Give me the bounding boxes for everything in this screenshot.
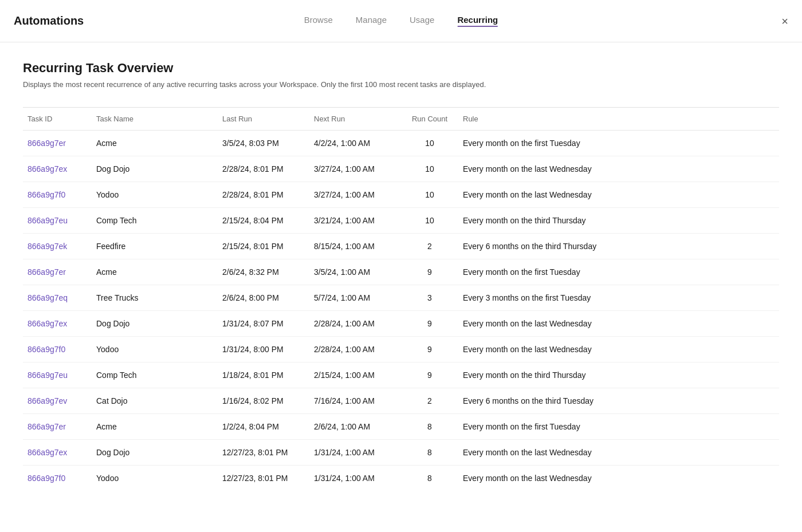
next-run-cell: 8/15/24, 1:00 AM — [309, 234, 401, 259]
run-count-cell: 10 — [401, 156, 458, 182]
nav-manage[interactable]: Manage — [356, 15, 387, 27]
rule-cell: Every month on the last Wednesday — [458, 182, 779, 208]
run-count-cell: 2 — [401, 234, 458, 259]
col-header-next-run: Next Run — [309, 108, 401, 131]
rule-cell: Every 6 months on the third Thursday — [458, 234, 779, 259]
rule-cell: Every month on the first Tuesday — [458, 414, 779, 440]
run-count-cell: 10 — [401, 182, 458, 208]
rule-cell: Every month on the last Wednesday — [458, 156, 779, 182]
task-name-cell: Dog Dojo — [92, 440, 218, 466]
last-run-cell: 1/18/24, 8:01 PM — [218, 362, 309, 388]
task-id-link[interactable]: 866a9g7ek — [27, 242, 67, 251]
task-name-cell: Acme — [92, 131, 218, 156]
task-id-link[interactable]: 866a9g7ex — [27, 164, 67, 174]
task-name-cell: Dog Dojo — [92, 156, 218, 182]
next-run-cell: 3/5/24, 1:00 AM — [309, 259, 401, 285]
table-row: 866a9g7eq Tree Trucks 2/6/24, 8:00 PM 5/… — [23, 285, 779, 311]
col-header-rule: Rule — [458, 108, 779, 131]
last-run-cell: 1/31/24, 8:07 PM — [218, 311, 309, 337]
table-row: 866a9g7ex Dog Dojo 1/31/24, 8:07 PM 2/28… — [23, 311, 779, 337]
task-id-link[interactable]: 866a9g7eu — [27, 216, 68, 225]
rule-cell: Every month on the last Wednesday — [458, 440, 779, 466]
rule-cell: Every month on the first Tuesday — [458, 259, 779, 285]
task-id-link[interactable]: 866a9g7er — [27, 267, 66, 277]
table-row: 866a9g7er Acme 3/5/24, 8:03 PM 4/2/24, 1… — [23, 131, 779, 156]
task-name-cell: Yodoo — [92, 337, 218, 362]
last-run-cell: 2/6/24, 8:32 PM — [218, 259, 309, 285]
task-id-link[interactable]: 866a9g7er — [27, 422, 66, 431]
run-count-cell: 9 — [401, 362, 458, 388]
table-row: 866a9g7f0 Yodoo 1/31/24, 8:00 PM 2/28/24… — [23, 337, 779, 362]
page-title: Recurring Task Overview — [23, 61, 779, 76]
run-count-cell: 3 — [401, 285, 458, 311]
rule-cell: Every month on the last Wednesday — [458, 466, 779, 491]
nav-browse[interactable]: Browse — [304, 15, 333, 27]
run-count-cell: 10 — [401, 131, 458, 156]
run-count-cell: 10 — [401, 208, 458, 234]
rule-cell: Every month on the last Wednesday — [458, 311, 779, 337]
last-run-cell: 12/27/23, 8:01 PM — [218, 440, 309, 466]
last-run-cell: 1/2/24, 8:04 PM — [218, 414, 309, 440]
recurring-tasks-table: Task ID Task Name Last Run Next Run Run … — [23, 108, 779, 491]
table-row: 866a9g7eu Comp Tech 1/18/24, 8:01 PM 2/1… — [23, 362, 779, 388]
next-run-cell: 2/28/24, 1:00 AM — [309, 337, 401, 362]
task-id-link[interactable]: 866a9g7er — [27, 139, 66, 148]
run-count-cell: 8 — [401, 466, 458, 491]
rule-cell: Every month on the last Wednesday — [458, 337, 779, 362]
task-id-link[interactable]: 866a9g7ex — [27, 448, 67, 457]
col-header-task-name: Task Name — [92, 108, 218, 131]
task-id-link[interactable]: 866a9g7f0 — [27, 190, 65, 199]
task-id-link[interactable]: 866a9g7f0 — [27, 474, 65, 483]
rule-cell: Every 3 months on the first Tuesday — [458, 285, 779, 311]
next-run-cell: 3/27/24, 1:00 AM — [309, 182, 401, 208]
next-run-cell: 3/21/24, 1:00 AM — [309, 208, 401, 234]
task-name-cell: Acme — [92, 259, 218, 285]
run-count-cell: 2 — [401, 388, 458, 414]
next-run-cell: 7/16/24, 1:00 AM — [309, 388, 401, 414]
table-row: 866a9g7ek Feedfire 2/15/24, 8:01 PM 8/15… — [23, 234, 779, 259]
col-header-task-id: Task ID — [23, 108, 92, 131]
task-name-cell: Dog Dojo — [92, 311, 218, 337]
col-header-run-count: Run Count — [401, 108, 458, 131]
task-name-cell: Comp Tech — [92, 362, 218, 388]
next-run-cell: 4/2/24, 1:00 AM — [309, 131, 401, 156]
next-run-cell: 3/27/24, 1:00 AM — [309, 156, 401, 182]
next-run-cell: 5/7/24, 1:00 AM — [309, 285, 401, 311]
table-row: 866a9g7er Acme 1/2/24, 8:04 PM 2/6/24, 1… — [23, 414, 779, 440]
next-run-cell: 2/6/24, 1:00 AM — [309, 414, 401, 440]
last-run-cell: 2/15/24, 8:04 PM — [218, 208, 309, 234]
last-run-cell: 2/6/24, 8:00 PM — [218, 285, 309, 311]
last-run-cell: 2/28/24, 8:01 PM — [218, 156, 309, 182]
next-run-cell: 1/31/24, 1:00 AM — [309, 440, 401, 466]
nav-recurring[interactable]: Recurring — [457, 15, 498, 27]
last-run-cell: 1/31/24, 8:00 PM — [218, 337, 309, 362]
task-id-link[interactable]: 866a9g7eu — [27, 371, 68, 380]
task-name-cell: Comp Tech — [92, 208, 218, 234]
page-subtitle: Displays the most recent recurrence of a… — [23, 80, 779, 89]
task-name-cell: Cat Dojo — [92, 388, 218, 414]
last-run-cell: 3/5/24, 8:03 PM — [218, 131, 309, 156]
rule-cell: Every month on the third Thursday — [458, 362, 779, 388]
app-title: Automations — [14, 14, 84, 27]
nav-usage[interactable]: Usage — [410, 15, 434, 27]
next-run-cell: 1/31/24, 1:00 AM — [309, 466, 401, 491]
task-id-link[interactable]: 866a9g7f0 — [27, 345, 65, 354]
table-row: 866a9g7er Acme 2/6/24, 8:32 PM 3/5/24, 1… — [23, 259, 779, 285]
rule-cell: Every 6 months on the third Tuesday — [458, 388, 779, 414]
table-row: 866a9g7f0 Yodoo 12/27/23, 8:01 PM 1/31/2… — [23, 466, 779, 491]
task-name-cell: Yodoo — [92, 182, 218, 208]
task-id-link[interactable]: 866a9g7eq — [27, 293, 68, 302]
task-id-link[interactable]: 866a9g7ev — [27, 396, 67, 405]
app-header: Automations Browse Manage Usage Recurrin… — [0, 0, 802, 42]
next-run-cell: 2/15/24, 1:00 AM — [309, 362, 401, 388]
task-name-cell: Yodoo — [92, 466, 218, 491]
task-name-cell: Tree Trucks — [92, 285, 218, 311]
table-row: 866a9g7ex Dog Dojo 2/28/24, 8:01 PM 3/27… — [23, 156, 779, 182]
col-header-last-run: Last Run — [218, 108, 309, 131]
task-name-cell: Feedfire — [92, 234, 218, 259]
task-id-link[interactable]: 866a9g7ex — [27, 319, 67, 328]
table-row: 866a9g7f0 Yodoo 2/28/24, 8:01 PM 3/27/24… — [23, 182, 779, 208]
last-run-cell: 2/15/24, 8:01 PM — [218, 234, 309, 259]
last-run-cell: 1/16/24, 8:02 PM — [218, 388, 309, 414]
close-button[interactable]: × — [781, 15, 788, 27]
